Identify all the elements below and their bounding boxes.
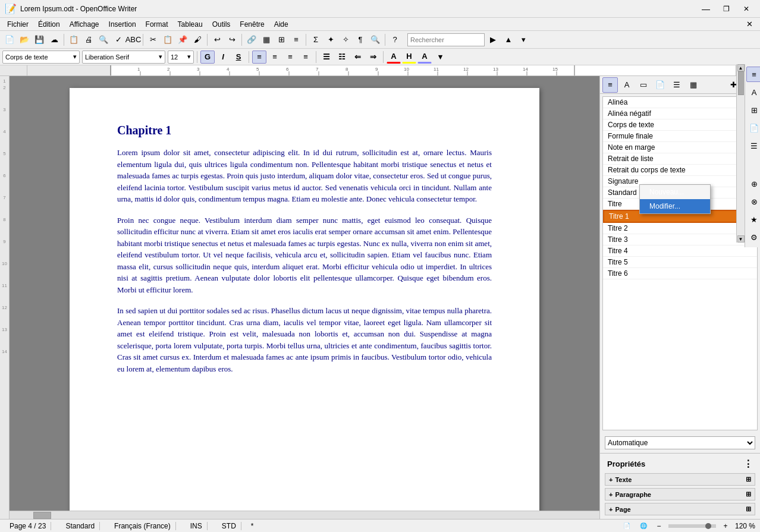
search-backward-button[interactable]: ▲ xyxy=(501,33,516,47)
copy-button[interactable]: 📋 xyxy=(161,33,175,47)
zoom-slider[interactable] xyxy=(668,524,716,528)
ctx-nouveau[interactable]: Nouveau... xyxy=(640,185,710,199)
style-note-en-marge[interactable]: Note en marge xyxy=(603,142,757,153)
side-icon-1[interactable]: ≡ xyxy=(746,76,760,82)
undo-button[interactable]: ↩ xyxy=(210,33,224,47)
zoom-out-btn[interactable]: − xyxy=(654,521,664,531)
italic-button[interactable]: I xyxy=(216,51,230,64)
zoom-in-btn[interactable]: + xyxy=(721,521,730,531)
prop-paragraphe-header[interactable]: + Paragraphe ⊞ xyxy=(605,489,755,500)
print-preview-button[interactable]: 🔍 xyxy=(96,33,111,47)
side-icon-3[interactable]: ⊞ xyxy=(746,102,760,118)
align-right-button[interactable]: ≡ xyxy=(283,51,297,64)
menu-aide[interactable]: Aide xyxy=(269,19,293,30)
form-button[interactable]: ≡ xyxy=(289,33,303,47)
save-remote-button[interactable]: ☁ xyxy=(47,33,61,47)
list-styles-btn[interactable]: ☰ xyxy=(669,77,684,93)
panel-vscroll[interactable]: ▲ ▼ xyxy=(736,76,745,243)
frame-styles-btn[interactable]: ▭ xyxy=(636,77,651,93)
styles-icon-btn[interactable]: ≡ xyxy=(602,77,618,93)
toolbar-options-button[interactable]: ▾ xyxy=(516,33,530,47)
highlight-button[interactable]: H xyxy=(402,51,416,64)
style-retrait-corps[interactable]: Retrait du corps de texte xyxy=(603,165,757,176)
save-button[interactable]: 💾 xyxy=(32,33,46,47)
table-button[interactable]: ▦ xyxy=(259,33,274,47)
align-justify-button[interactable]: ≡ xyxy=(299,51,313,64)
close-button[interactable]: ✕ xyxy=(737,3,755,15)
style-corps-de-texte[interactable]: Corps de texte xyxy=(603,119,757,131)
side-icon-6[interactable]: ⊕ xyxy=(746,176,760,191)
status-ins[interactable]: INS xyxy=(186,522,208,530)
menu-edition[interactable]: Édition xyxy=(33,19,65,30)
field3-button[interactable]: ✧ xyxy=(338,33,353,47)
page-styles-btn[interactable]: 📄 xyxy=(652,77,668,93)
prop-texte-header[interactable]: + Texte ⊞ xyxy=(605,474,755,485)
style-titre-1[interactable]: Titre 1 Nouveau... Modifier... xyxy=(603,210,757,223)
prop-page-header[interactable]: + Page ⊞ xyxy=(605,503,755,515)
props-options-button[interactable]: ⋮ xyxy=(743,458,753,470)
search-forward-button[interactable]: ▶ xyxy=(486,33,500,47)
view-web-btn[interactable]: 🌐 xyxy=(637,521,649,531)
menu-format[interactable]: Format xyxy=(141,19,173,30)
char-styles-btn[interactable]: A xyxy=(619,77,635,93)
view-normal-btn[interactable]: 📄 xyxy=(621,521,633,531)
menu-affichage[interactable]: Affichage xyxy=(65,19,104,30)
menu-outils[interactable]: Outils xyxy=(208,19,235,30)
align-left-button[interactable]: ≡ xyxy=(252,51,266,64)
h-scrollbar[interactable] xyxy=(10,511,599,519)
format-options-button[interactable]: ▾ xyxy=(433,51,447,64)
print-button[interactable]: 🖨 xyxy=(81,33,96,47)
clone-button[interactable]: 🖌 xyxy=(190,33,205,47)
side-icon-4[interactable]: 📄 xyxy=(746,120,760,136)
style-titre-2[interactable]: Titre 2 xyxy=(603,223,757,234)
table-styles-btn[interactable]: ▦ xyxy=(686,77,701,93)
table2-button[interactable]: ⊞ xyxy=(274,33,288,47)
redo-button[interactable]: ↪ xyxy=(225,33,239,47)
minimize-button[interactable]: — xyxy=(697,3,715,15)
bold-button[interactable]: G xyxy=(200,51,215,64)
side-icon-7[interactable]: ⊗ xyxy=(746,194,760,209)
side-icon-8[interactable]: ★ xyxy=(746,212,760,227)
help-button[interactable]: ? xyxy=(388,33,402,47)
spell-button[interactable]: ✓ xyxy=(111,33,125,47)
search-input[interactable] xyxy=(407,33,485,46)
dedent-button[interactable]: ⇐ xyxy=(350,51,365,64)
field-button[interactable]: Σ xyxy=(309,33,323,47)
fontcolor-button[interactable]: A xyxy=(387,51,401,64)
numlist-button[interactable]: ☷ xyxy=(335,51,349,64)
zoom-level[interactable]: 120 % xyxy=(735,522,755,530)
font-dropdown[interactable]: Liberation Serif ▾ xyxy=(82,51,165,64)
bgcolor-button[interactable]: A xyxy=(417,51,432,64)
indent-button[interactable]: ⇒ xyxy=(366,51,380,64)
style-formule-finale[interactable]: Formule finale xyxy=(603,131,757,142)
style-titre-5[interactable]: Titre 5 xyxy=(603,257,757,268)
style-titre-6[interactable]: Titre 6 xyxy=(603,268,757,279)
menu-fenetre[interactable]: Fenêtre xyxy=(235,19,269,30)
side-icon-9[interactable]: ⚙ xyxy=(746,229,760,245)
new-button[interactable]: 📄 xyxy=(2,33,17,47)
size-dropdown[interactable]: 12 ▾ xyxy=(168,51,194,64)
pdf-button[interactable]: 📋 xyxy=(67,33,81,47)
menu-insertion[interactable]: Insertion xyxy=(104,19,141,30)
style-titre-3[interactable]: Titre 3 xyxy=(603,234,757,245)
maximize-button[interactable]: ❐ xyxy=(717,3,735,15)
filter-dropdown[interactable]: Automatique xyxy=(605,436,755,449)
open-button[interactable]: 📂 xyxy=(17,33,32,47)
underline-button[interactable]: S xyxy=(231,51,246,64)
spell2-button[interactable]: ABC xyxy=(126,33,140,47)
list-button[interactable]: ☰ xyxy=(319,51,334,64)
style-retrait-de-liste[interactable]: Retrait de liste xyxy=(603,153,757,165)
h-scroll-thumb[interactable] xyxy=(33,512,51,519)
scroll-down-btn[interactable]: ▼ xyxy=(737,235,745,243)
doc-area[interactable]: Chapitre 1 Lorem ipsum dolor sit amet, c… xyxy=(10,76,599,519)
close-doc-button[interactable]: ✕ xyxy=(742,20,758,29)
field2-button[interactable]: ✦ xyxy=(324,33,338,47)
scroll-thumb[interactable] xyxy=(738,76,744,95)
paste-button[interactable]: 📌 xyxy=(175,33,190,47)
status-std[interactable]: STD xyxy=(217,522,241,530)
style-alinea-negatif[interactable]: Alinéa négatif xyxy=(603,108,757,119)
side-icon-5[interactable]: ☰ xyxy=(746,138,760,153)
prop-para-action-icon[interactable]: ⊞ xyxy=(746,490,751,498)
ctx-modifier[interactable]: Modifier... xyxy=(640,199,710,213)
hyperlink-button[interactable]: 🔗 xyxy=(244,33,259,47)
